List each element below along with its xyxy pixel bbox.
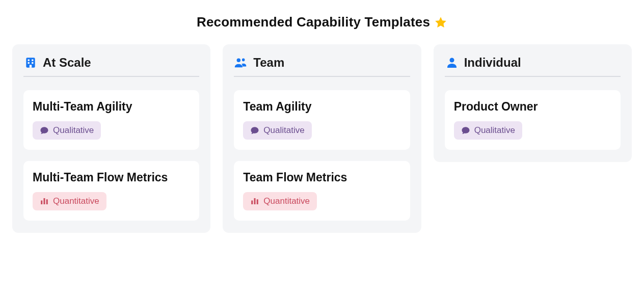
column-title: Individual xyxy=(464,56,521,70)
template-card[interactable]: Team Flow Metrics Quantitative xyxy=(234,161,410,221)
badge-quantitative: Quantitative xyxy=(33,192,106,210)
badge-label: Qualitative xyxy=(53,125,94,136)
svg-rect-1 xyxy=(28,60,30,61)
badge-label: Quantitative xyxy=(263,196,310,206)
svg-rect-4 xyxy=(32,62,33,64)
column-header: Individual xyxy=(445,56,621,77)
page-title: Recommended Capability Templates xyxy=(12,14,632,30)
building-icon xyxy=(23,56,38,70)
column-header: At Scale xyxy=(23,56,199,77)
badge-qualitative: Qualitative xyxy=(33,121,101,140)
badge-qualitative: Qualitative xyxy=(243,121,311,140)
svg-point-10 xyxy=(242,59,245,62)
star-icon xyxy=(434,16,447,29)
svg-rect-7 xyxy=(44,198,45,204)
page-title-text: Recommended Capability Templates xyxy=(197,14,430,30)
template-card[interactable]: Product Owner Qualitative xyxy=(445,90,621,150)
svg-rect-12 xyxy=(254,198,256,204)
badge-label: Qualitative xyxy=(263,125,304,136)
template-card-title: Team Agility xyxy=(243,99,400,114)
template-card-title: Product Owner xyxy=(454,99,611,114)
svg-point-9 xyxy=(237,59,240,62)
svg-rect-2 xyxy=(32,60,33,61)
badge-qualitative: Qualitative xyxy=(454,121,522,140)
users-icon xyxy=(234,56,248,70)
template-card[interactable]: Team Agility Qualitative xyxy=(234,90,410,150)
template-card[interactable]: Multi-Team Agility Qualitative xyxy=(23,90,199,150)
bars-icon xyxy=(250,197,259,206)
bars-icon xyxy=(40,197,49,206)
svg-point-14 xyxy=(449,58,454,63)
speech-icon xyxy=(250,126,259,135)
svg-rect-11 xyxy=(252,200,253,204)
columns-container: At Scale Multi-Team Agility Qualitative … xyxy=(12,44,632,233)
column-title: At Scale xyxy=(43,56,91,70)
speech-icon xyxy=(461,126,470,135)
column-team: Team Team Agility Qualitative Team Flow … xyxy=(223,44,421,233)
column-title: Team xyxy=(253,56,284,70)
template-card-title: Multi-Team Flow Metrics xyxy=(33,170,190,185)
svg-rect-5 xyxy=(30,65,32,67)
svg-rect-6 xyxy=(41,200,42,204)
svg-rect-3 xyxy=(28,62,30,64)
template-card[interactable]: Multi-Team Flow Metrics Quantitative xyxy=(23,161,199,221)
template-card-title: Multi-Team Agility xyxy=(33,99,190,114)
template-card-title: Team Flow Metrics xyxy=(243,170,400,185)
column-at-scale: At Scale Multi-Team Agility Qualitative … xyxy=(12,44,210,233)
user-icon xyxy=(445,56,459,70)
badge-quantitative: Quantitative xyxy=(243,192,317,210)
column-individual: Individual Product Owner Qualitative xyxy=(434,44,632,162)
column-header: Team xyxy=(234,56,410,77)
badge-label: Qualitative xyxy=(474,125,515,136)
svg-rect-8 xyxy=(46,199,48,204)
badge-label: Quantitative xyxy=(53,196,99,206)
speech-icon xyxy=(40,126,49,135)
svg-rect-13 xyxy=(257,199,258,204)
